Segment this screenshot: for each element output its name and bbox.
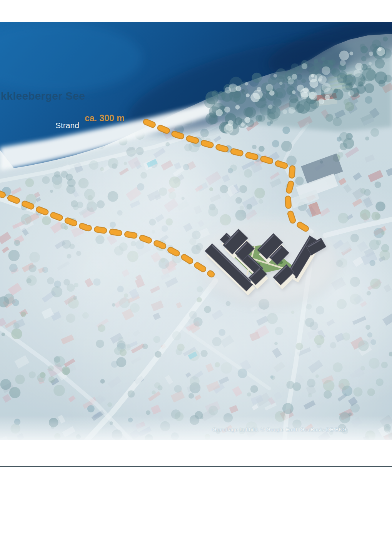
aerial-photo [0, 22, 392, 440]
aerial-scene [0, 22, 392, 440]
development-complex [198, 219, 337, 304]
scanned-page: kkleeberger See Strand ca. 300 m Grundla… [0, 0, 392, 554]
footer-rule [0, 466, 392, 467]
